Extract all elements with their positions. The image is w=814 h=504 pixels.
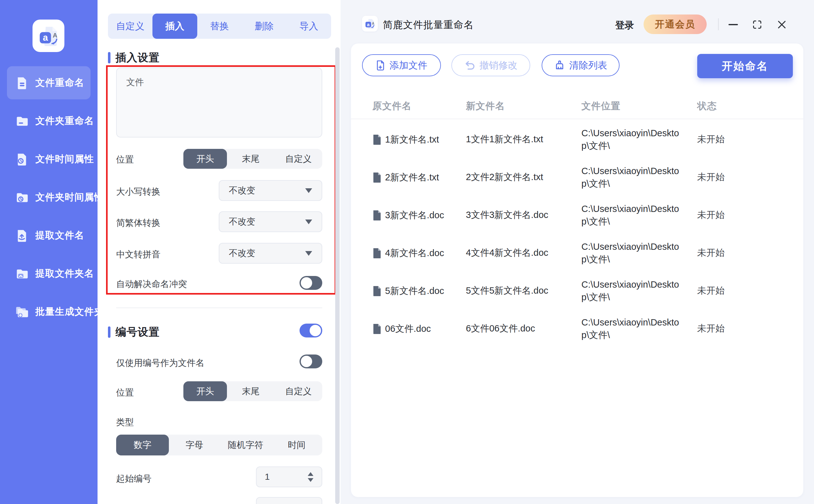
- position-option-end[interactable]: 末尾: [227, 381, 274, 401]
- position-option-custom[interactable]: 自定义: [274, 149, 322, 169]
- add-files-button[interactable]: 添加文件: [362, 54, 441, 76]
- pinyin-convert-select[interactable]: 不改变: [219, 243, 322, 264]
- numbering-toggle[interactable]: [299, 324, 322, 337]
- start-rename-button[interactable]: 开始命名: [697, 54, 793, 78]
- svg-text:a: a: [367, 22, 370, 27]
- col-status: 状态: [697, 100, 717, 113]
- position-option-start[interactable]: 开头: [183, 381, 227, 401]
- status-text: 未开始: [697, 234, 760, 272]
- position-label: 位置: [116, 154, 134, 166]
- arrow-down-icon[interactable]: [308, 478, 313, 482]
- table-row[interactable]: 2新文件名.txt 2文件2新文件名.txt C:\Users\xiaoyin\…: [351, 158, 803, 196]
- position-option-start[interactable]: 开头: [183, 149, 227, 169]
- minimize-button[interactable]: [727, 18, 740, 31]
- status-text: 未开始: [697, 196, 760, 234]
- tab-delete[interactable]: 删除: [242, 14, 286, 39]
- add-file-icon: [375, 60, 385, 71]
- undo-button[interactable]: 撤销修改: [451, 54, 530, 76]
- sidebar-item-folder-rename[interactable]: 文件夹重命名: [7, 104, 91, 138]
- type-option-time[interactable]: 时间: [271, 435, 322, 455]
- sidebar-item-label: 文件夹时间属性: [35, 191, 104, 204]
- arrow-up-icon[interactable]: [308, 472, 313, 476]
- svg-text:a: a: [43, 32, 48, 43]
- stepper-arrows[interactable]: [308, 472, 313, 482]
- undo-icon: [464, 60, 475, 70]
- only-number-label: 仅使用编号作为文件名: [116, 357, 204, 369]
- file-list-card: 添加文件 撤销修改 清除列表 开始命名 原文件名 新文件: [351, 44, 803, 497]
- type-option-number[interactable]: 数字: [116, 435, 169, 455]
- file-path: C:\Users\xiaoyin\Desktop\文件\: [581, 234, 683, 272]
- col-original-name: 原文件名: [372, 100, 412, 113]
- number-type-segment: 数字 字母 随机字符 时间: [116, 435, 322, 455]
- only-number-toggle[interactable]: [299, 355, 322, 368]
- section-accent-bar: [108, 326, 110, 338]
- mode-tabbar: 自定义 插入 替换 删除 导入: [108, 14, 331, 39]
- status-text: 未开始: [697, 120, 760, 158]
- original-filename: 2新文件名.txt: [385, 172, 446, 183]
- app-logo: a A: [32, 20, 64, 52]
- conflict-toggle[interactable]: [299, 276, 322, 290]
- number-type-label: 类型: [116, 416, 134, 428]
- file-path: C:\Users\xiaoyin\Desktop\文件\: [581, 158, 683, 196]
- conflict-label: 自动解决命名冲突: [116, 278, 187, 290]
- new-filename: 1文件1新文件名.txt: [466, 120, 575, 158]
- svg-text:A: A: [372, 22, 374, 25]
- vip-button[interactable]: 开通会员: [644, 15, 707, 34]
- tab-replace[interactable]: 替换: [197, 14, 242, 39]
- table-row[interactable]: 1新文件名.txt 1文件1新文件名.txt C:\Users\xiaoyin\…: [351, 120, 803, 158]
- sidebar: a A 文件重命名 文件夹重命名: [0, 0, 97, 504]
- sidebar-item-file-rename[interactable]: 文件重命名: [7, 66, 91, 99]
- table-row[interactable]: 5新文件名.doc 5文件5新文件名.doc C:\Users\xiaoyin\…: [351, 272, 803, 310]
- file-time-icon: [15, 152, 29, 167]
- sidebar-item-batch-create-folder[interactable]: 批量生成文件夹: [7, 295, 91, 328]
- increment-stepper-partial[interactable]: [256, 497, 322, 504]
- sidebar-item-folder-time[interactable]: 文件夹时间属性: [7, 181, 91, 214]
- section-accent-bar: [108, 52, 110, 63]
- chevron-down-icon: [305, 188, 312, 193]
- col-file-location: 文件位置: [581, 100, 621, 113]
- table-row[interactable]: 4新文件名.doc 4文件4新文件名.doc C:\Users\xiaoyin\…: [351, 234, 803, 272]
- sidebar-item-label: 文件时间属性: [35, 153, 94, 166]
- clear-list-button[interactable]: 清除列表: [542, 54, 620, 76]
- file-icon: [372, 172, 381, 183]
- extract-foldername-icon: [15, 267, 29, 281]
- sidebar-item-label: 提取文件名: [35, 229, 84, 242]
- new-filename: 6文件06文件.doc: [466, 310, 575, 348]
- divider: [351, 119, 803, 119]
- start-number-stepper[interactable]: 1: [256, 466, 322, 487]
- sidebar-item-extract-foldername[interactable]: 提取文件夹名: [7, 257, 91, 290]
- position-option-custom[interactable]: 自定义: [274, 381, 322, 401]
- login-button[interactable]: 登录: [615, 19, 634, 32]
- rename-logo-icon: a A: [37, 24, 61, 48]
- new-filename: 3文件3新文件名.doc: [466, 196, 575, 234]
- insert-text-input[interactable]: 文件: [116, 67, 322, 138]
- table-row[interactable]: 3新文件名.doc 3文件3新文件名.doc C:\Users\xiaoyin\…: [351, 196, 803, 234]
- table-row[interactable]: 06文件.doc 6文件06文件.doc C:\Users\xiaoyin\De…: [351, 310, 803, 348]
- close-button[interactable]: [776, 18, 788, 31]
- tc-convert-label: 简繁体转换: [116, 217, 160, 229]
- tab-insert[interactable]: 插入: [152, 14, 197, 39]
- chevron-down-icon: [305, 251, 312, 256]
- sidebar-item-label: 提取文件夹名: [35, 267, 94, 280]
- type-option-letter[interactable]: 字母: [169, 435, 220, 455]
- type-option-random[interactable]: 随机字符: [220, 435, 271, 455]
- position-option-end[interactable]: 末尾: [227, 149, 274, 169]
- panel-scrollbar[interactable]: [335, 47, 339, 504]
- maximize-button[interactable]: [751, 18, 764, 31]
- sidebar-item-label: 文件重命名: [35, 76, 84, 89]
- tc-convert-select[interactable]: 不改变: [219, 211, 322, 232]
- svg-text:A: A: [53, 32, 57, 39]
- status-text: 未开始: [697, 158, 760, 196]
- insert-settings-title: 插入设置: [108, 50, 160, 65]
- titlebar-app-icon: a A: [362, 16, 378, 32]
- settings-panel: 自定义 插入 替换 删除 导入 插入设置 文件 位置 开头 末尾 自定义 大小写…: [97, 0, 340, 504]
- sidebar-item-extract-filename[interactable]: 提取文件名: [7, 219, 91, 252]
- sidebar-item-file-time[interactable]: 文件时间属性: [7, 143, 91, 176]
- tab-custom[interactable]: 自定义: [108, 14, 152, 39]
- tab-import[interactable]: 导入: [286, 14, 331, 39]
- status-text: 未开始: [697, 272, 760, 310]
- clear-brush-icon: [554, 60, 565, 71]
- window-title: 简鹿文件批量重命名: [383, 18, 474, 32]
- numbering-settings-title: 编号设置: [108, 325, 160, 339]
- case-convert-select[interactable]: 不改变: [219, 180, 322, 201]
